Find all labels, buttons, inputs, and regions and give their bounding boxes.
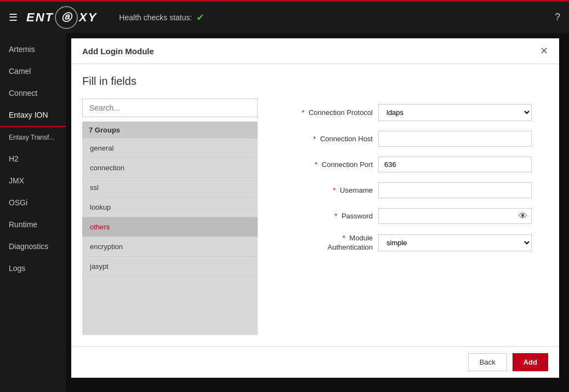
dialog-content: 7 Groups general connection ssl lookup o…: [82, 99, 548, 335]
dialog-body: Fill in fields 7 Groups general connecti…: [71, 64, 559, 346]
health-checks-label: Health checks status:: [119, 13, 192, 22]
module-auth-select[interactable]: simple DIGEST-MD5 GSSAPI: [378, 234, 532, 251]
username-row: * Username: [274, 182, 532, 198]
connection-host-input[interactable]: [378, 131, 532, 147]
add-button[interactable]: Add: [513, 353, 548, 371]
required-star-4: *: [333, 186, 335, 194]
back-button[interactable]: Back: [468, 353, 507, 371]
eye-icon[interactable]: 👁: [519, 211, 527, 221]
connection-port-input[interactable]: [378, 157, 532, 172]
sidebar-item-osgi[interactable]: OSGi: [0, 192, 66, 214]
sidebar-item-jmx[interactable]: JMX: [0, 170, 66, 192]
required-star-6: *: [343, 234, 345, 242]
sidebar-item-diagnostics[interactable]: Diagnostics: [0, 235, 66, 257]
search-input[interactable]: [82, 99, 258, 117]
group-item-encryption[interactable]: encryption: [82, 237, 258, 257]
connection-host-label: * Connection Host: [274, 135, 373, 143]
dialog-footer: Back Add: [71, 346, 559, 378]
required-star-3: *: [315, 160, 317, 169]
group-item-general[interactable]: general: [82, 139, 258, 158]
connection-protocol-label: * Connection Protocol: [274, 108, 373, 117]
dialog: Add Login Module ✕ Fill in fields 7 Grou…: [71, 38, 559, 378]
dialog-title: Add Login Module: [82, 47, 154, 56]
password-wrapper: 👁: [378, 208, 532, 224]
sidebar-item-entaxy-ion[interactable]: Entaxy ION: [0, 104, 66, 127]
username-input[interactable]: [378, 182, 532, 198]
right-panel: * Connection Protocol ldap ldaps ldapi: [258, 99, 548, 335]
connection-protocol-row: * Connection Protocol ldap ldaps ldapi: [274, 104, 532, 121]
main-layout: Artemis Camel Connect Entaxy ION Entaxy …: [0, 33, 569, 392]
groups-header: 7 Groups: [82, 122, 258, 139]
required-star-2: *: [313, 135, 316, 143]
sidebar-item-h2[interactable]: H2: [0, 148, 66, 170]
logo-text2: XY: [79, 10, 97, 25]
hamburger-icon[interactable]: ☰: [9, 11, 18, 24]
dialog-overlay: Add Login Module ✕ Fill in fields 7 Grou…: [66, 33, 569, 392]
sidebar-item-entaxy-transf[interactable]: Entaxy Transf...: [0, 127, 66, 148]
password-row: * Password 👁: [274, 208, 532, 224]
group-item-others[interactable]: others: [82, 217, 258, 237]
password-label: * Password: [274, 212, 373, 220]
required-star-1: *: [301, 108, 304, 117]
dialog-header: Add Login Module ✕: [71, 38, 559, 64]
group-item-ssl[interactable]: ssl: [82, 178, 258, 198]
group-list: general connection ssl lookup others enc…: [82, 139, 258, 335]
group-item-connection[interactable]: connection: [82, 158, 258, 178]
left-panel: 7 Groups general connection ssl lookup o…: [82, 99, 258, 335]
health-checks-status: Health checks status: ✔: [119, 11, 204, 24]
sidebar-item-camel[interactable]: Camel: [0, 60, 66, 82]
password-input[interactable]: [378, 208, 532, 224]
connection-protocol-select[interactable]: ldap ldaps ldapi: [378, 104, 532, 121]
connection-port-row: * Connection Port: [274, 157, 532, 172]
group-item-jasypt[interactable]: jasypt: [82, 257, 258, 276]
group-item-lookup[interactable]: lookup: [82, 198, 258, 217]
connection-host-row: * Connection Host: [274, 131, 532, 147]
health-check-icon: ✔: [196, 11, 204, 24]
dialog-close-button[interactable]: ✕: [540, 46, 548, 56]
logo-circle-text: ⓐ: [61, 11, 71, 24]
module-auth-label: * ModuleAuthentication: [274, 234, 373, 252]
logo: ENT ⓐ XY: [26, 6, 97, 29]
logo-text: ENT: [26, 10, 54, 25]
module-auth-row: * ModuleAuthentication simple DIGEST-MD5…: [274, 234, 532, 252]
sidebar-item-runtime[interactable]: Runtime: [0, 214, 66, 235]
dialog-subtitle: Fill in fields: [82, 75, 548, 88]
connection-port-label: * Connection Port: [274, 160, 373, 169]
help-icon[interactable]: ?: [555, 11, 560, 23]
sidebar-item-logs[interactable]: Logs: [0, 257, 66, 279]
username-label: * Username: [274, 186, 373, 194]
logo-circle: ⓐ: [55, 6, 78, 29]
sidebar-item-artemis[interactable]: Artemis: [0, 38, 66, 60]
topbar: ☰ ENT ⓐ XY Health checks status: ✔ ?: [0, 0, 569, 33]
sidebar: Artemis Camel Connect Entaxy ION Entaxy …: [0, 33, 66, 392]
sidebar-item-connect[interactable]: Connect: [0, 82, 66, 104]
required-star-5: *: [334, 212, 337, 220]
